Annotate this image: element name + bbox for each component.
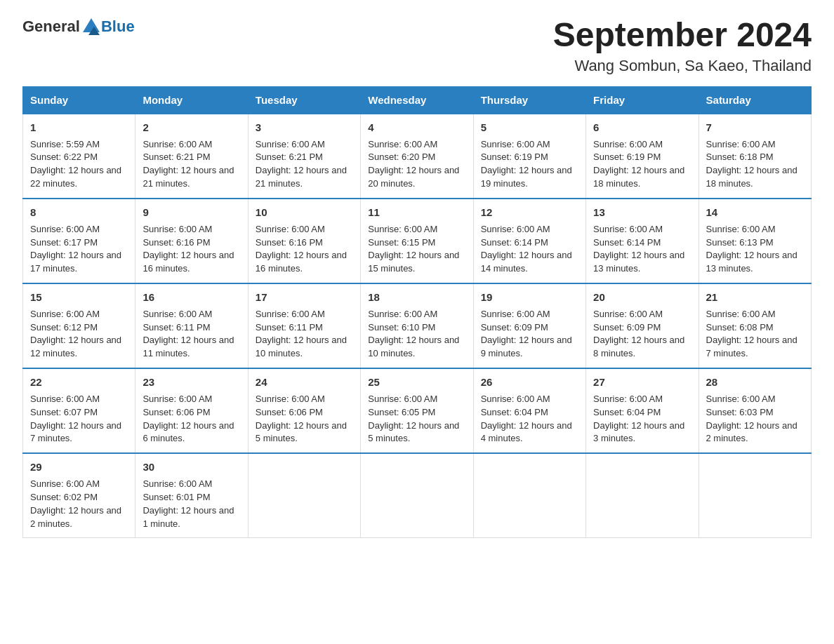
sunrise-text: Sunrise: 6:00 AM [706, 139, 776, 149]
sunrise-text: Sunrise: 6:00 AM [256, 224, 325, 234]
page-header: General Blue September 2024 Wang Sombun,… [22, 17, 812, 75]
daylight-text: Daylight: 12 hours and 4 minutes. [481, 420, 572, 444]
sunset-text: Sunset: 6:01 PM [143, 492, 210, 502]
sunrise-text: Sunrise: 6:00 AM [143, 478, 212, 489]
calendar-cell [248, 453, 360, 538]
daylight-text: Daylight: 12 hours and 8 minutes. [593, 335, 684, 358]
calendar-cell: 22Sunrise: 6:00 AMSunset: 6:07 PMDayligh… [23, 368, 135, 453]
calendar-cell: 27Sunrise: 6:00 AMSunset: 6:04 PMDayligh… [586, 368, 699, 453]
logo: General Blue [22, 17, 135, 36]
sunrise-text: Sunrise: 6:00 AM [256, 139, 325, 149]
logo-icon [81, 17, 101, 36]
sunset-text: Sunset: 6:14 PM [593, 237, 661, 248]
sunrise-text: Sunrise: 6:00 AM [143, 139, 212, 149]
day-number: 23 [143, 375, 240, 390]
calendar-cell: 4Sunrise: 6:00 AMSunset: 6:20 PMDaylight… [361, 114, 473, 199]
calendar-cell [473, 453, 585, 538]
daylight-text: Daylight: 12 hours and 14 minutes. [481, 250, 572, 274]
sunrise-text: Sunrise: 6:00 AM [143, 394, 212, 404]
sunset-text: Sunset: 6:04 PM [593, 407, 661, 417]
sunrise-text: Sunrise: 6:00 AM [593, 309, 663, 319]
daylight-text: Daylight: 12 hours and 3 minutes. [593, 420, 684, 444]
day-number: 18 [368, 290, 465, 305]
sunrise-text: Sunrise: 6:00 AM [481, 309, 550, 319]
calendar-cell: 8Sunrise: 6:00 AMSunset: 6:17 PMDaylight… [23, 199, 135, 283]
daylight-text: Daylight: 12 hours and 5 minutes. [256, 420, 347, 444]
day-number: 27 [593, 375, 691, 390]
day-number: 7 [706, 120, 804, 135]
calendar-week-row: 15Sunrise: 6:00 AMSunset: 6:12 PMDayligh… [23, 283, 812, 368]
calendar-cell: 1Sunrise: 5:59 AMSunset: 6:22 PMDaylight… [23, 114, 135, 199]
daylight-text: Daylight: 12 hours and 10 minutes. [256, 335, 347, 358]
location-title: Wang Sombun, Sa Kaeo, Thailand [553, 57, 812, 75]
daylight-text: Daylight: 12 hours and 21 minutes. [143, 165, 234, 189]
calendar-table: Sunday Monday Tuesday Wednesday Thursday… [22, 86, 812, 539]
daylight-text: Daylight: 12 hours and 9 minutes. [481, 335, 572, 358]
sunrise-text: Sunrise: 6:00 AM [30, 394, 100, 404]
sunset-text: Sunset: 6:19 PM [481, 152, 548, 162]
sunrise-text: Sunrise: 6:00 AM [143, 309, 212, 319]
day-number: 5 [481, 120, 578, 135]
daylight-text: Daylight: 12 hours and 10 minutes. [368, 335, 459, 358]
daylight-text: Daylight: 12 hours and 17 minutes. [30, 250, 121, 274]
sunset-text: Sunset: 6:09 PM [593, 322, 661, 333]
sunset-text: Sunset: 6:06 PM [143, 407, 210, 417]
daylight-text: Daylight: 12 hours and 20 minutes. [368, 165, 459, 189]
daylight-text: Daylight: 12 hours and 1 minute. [143, 505, 234, 529]
daylight-text: Daylight: 12 hours and 22 minutes. [30, 165, 121, 189]
calendar-cell: 25Sunrise: 6:00 AMSunset: 6:05 PMDayligh… [361, 368, 473, 453]
daylight-text: Daylight: 12 hours and 18 minutes. [706, 165, 797, 189]
day-number: 16 [143, 290, 240, 305]
day-number: 11 [368, 205, 465, 220]
sunset-text: Sunset: 6:10 PM [368, 322, 435, 333]
sunset-text: Sunset: 6:22 PM [30, 152, 98, 162]
sunset-text: Sunset: 6:12 PM [30, 322, 98, 333]
sunset-text: Sunset: 6:16 PM [256, 237, 323, 248]
calendar-cell [699, 453, 811, 538]
calendar-cell: 19Sunrise: 6:00 AMSunset: 6:09 PMDayligh… [473, 283, 585, 368]
header-tuesday: Tuesday [248, 86, 360, 114]
calendar-body: 1Sunrise: 5:59 AMSunset: 6:22 PMDaylight… [23, 114, 812, 538]
calendar-cell: 15Sunrise: 6:00 AMSunset: 6:12 PMDayligh… [23, 283, 135, 368]
sunset-text: Sunset: 6:15 PM [368, 237, 435, 248]
sunset-text: Sunset: 6:20 PM [368, 152, 435, 162]
header-wednesday: Wednesday [361, 86, 473, 114]
daylight-text: Daylight: 12 hours and 11 minutes. [143, 335, 234, 358]
sunset-text: Sunset: 6:04 PM [481, 407, 548, 417]
daylight-text: Daylight: 12 hours and 16 minutes. [143, 250, 234, 274]
sunset-text: Sunset: 6:17 PM [30, 237, 98, 248]
calendar-cell: 26Sunrise: 6:00 AMSunset: 6:04 PMDayligh… [473, 368, 585, 453]
sunrise-text: Sunrise: 6:00 AM [481, 394, 550, 404]
calendar-cell: 10Sunrise: 6:00 AMSunset: 6:16 PMDayligh… [248, 199, 360, 283]
header-saturday: Saturday [699, 86, 811, 114]
logo-general-text: General [22, 18, 80, 36]
header-monday: Monday [135, 86, 248, 114]
day-number: 1 [30, 120, 128, 135]
calendar-cell: 30Sunrise: 6:00 AMSunset: 6:01 PMDayligh… [135, 453, 248, 538]
day-number: 30 [143, 459, 240, 475]
sunrise-text: Sunrise: 6:00 AM [706, 309, 776, 319]
header-friday: Friday [586, 86, 699, 114]
sunset-text: Sunset: 6:19 PM [593, 152, 661, 162]
day-number: 20 [593, 290, 691, 305]
header-sunday: Sunday [23, 86, 135, 114]
day-number: 8 [30, 205, 128, 220]
header-thursday: Thursday [473, 86, 585, 114]
day-number: 26 [481, 375, 578, 390]
day-number: 25 [368, 375, 465, 390]
sunset-text: Sunset: 6:07 PM [30, 407, 98, 417]
calendar-cell [586, 453, 699, 538]
sunrise-text: Sunrise: 6:00 AM [256, 394, 325, 404]
daylight-text: Daylight: 12 hours and 18 minutes. [593, 165, 684, 189]
sunrise-text: Sunrise: 6:00 AM [706, 224, 776, 234]
calendar-cell: 18Sunrise: 6:00 AMSunset: 6:10 PMDayligh… [361, 283, 473, 368]
calendar-week-row: 1Sunrise: 5:59 AMSunset: 6:22 PMDaylight… [23, 114, 812, 199]
daylight-text: Daylight: 12 hours and 15 minutes. [368, 250, 459, 274]
calendar-cell: 5Sunrise: 6:00 AMSunset: 6:19 PMDaylight… [473, 114, 585, 199]
sunset-text: Sunset: 6:11 PM [143, 322, 210, 333]
sunset-text: Sunset: 6:05 PM [368, 407, 435, 417]
day-number: 10 [256, 205, 353, 220]
sunrise-text: Sunrise: 6:00 AM [368, 394, 437, 404]
day-number: 4 [368, 120, 465, 135]
sunset-text: Sunset: 6:13 PM [706, 237, 774, 248]
